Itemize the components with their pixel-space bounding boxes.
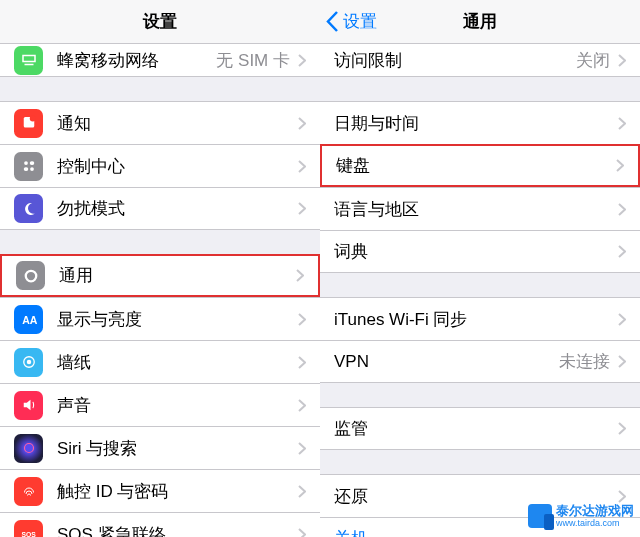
row-label: 语言与地区 xyxy=(334,198,618,221)
row-sos[interactable]: SOS SOS 紧急联络 xyxy=(0,512,320,537)
chevron-right-icon xyxy=(296,269,304,282)
row-dictionary[interactable]: 词典 xyxy=(320,230,640,273)
watermark-text: 泰尔达游戏网 xyxy=(556,504,634,518)
moon-icon xyxy=(14,194,43,223)
chevron-right-icon xyxy=(298,117,306,130)
row-label: iTunes Wi-Fi 同步 xyxy=(334,308,618,331)
watermark: 泰尔达游戏网 www.tairda.com xyxy=(528,501,634,531)
svg-point-11 xyxy=(24,444,33,453)
row-display[interactable]: AA 显示与亮度 xyxy=(0,297,320,340)
cellular-icon xyxy=(14,46,43,75)
row-label: VPN xyxy=(334,352,559,372)
svg-rect-4 xyxy=(23,167,28,171)
row-touchid[interactable]: 触控 ID 与密码 xyxy=(0,469,320,512)
chevron-right-icon xyxy=(298,313,306,326)
row-label: 显示与亮度 xyxy=(57,308,298,331)
row-label: 勿扰模式 xyxy=(57,197,298,220)
chevron-right-icon xyxy=(618,355,626,368)
row-sound[interactable]: 声音 xyxy=(0,383,320,426)
fingerprint-icon xyxy=(14,477,43,506)
chevron-right-icon xyxy=(618,313,626,326)
back-button[interactable]: 设置 xyxy=(326,10,377,33)
sos-icon: SOS xyxy=(14,520,43,538)
row-label: 墙纸 xyxy=(57,351,298,374)
chevron-right-icon xyxy=(298,202,306,215)
row-label: 日期与时间 xyxy=(334,112,618,135)
page-title: 通用 xyxy=(463,10,497,33)
group-sync: iTunes Wi-Fi 同步 VPN 未连接 xyxy=(320,297,640,383)
svg-text:SOS: SOS xyxy=(21,531,36,537)
navbar: 设置 通用 xyxy=(320,0,640,44)
row-label: 通知 xyxy=(57,112,298,135)
row-wallpaper[interactable]: 墙纸 xyxy=(0,340,320,383)
group-profiles: 监管 xyxy=(320,407,640,450)
svg-point-1 xyxy=(29,116,35,122)
row-label: 声音 xyxy=(57,394,298,417)
row-label: 控制中心 xyxy=(57,155,298,178)
row-profiles[interactable]: 监管 xyxy=(320,407,640,450)
chevron-left-icon xyxy=(326,11,339,32)
row-label: SOS 紧急联络 xyxy=(57,523,298,538)
settings-pane: 设置 蜂窝移动网络 无 SIM 卡 通知 控制中心 xyxy=(0,0,320,537)
wallpaper-icon xyxy=(14,348,43,377)
navbar: 设置 xyxy=(0,0,320,44)
chevron-right-icon xyxy=(618,203,626,216)
row-general[interactable]: 通用 xyxy=(0,254,320,297)
display-icon: AA xyxy=(14,305,43,334)
chevron-right-icon xyxy=(618,117,626,130)
svg-point-10 xyxy=(26,360,31,365)
siri-icon xyxy=(14,434,43,463)
row-label: 访问限制 xyxy=(334,49,576,72)
row-label: 通用 xyxy=(59,264,296,287)
row-vpn[interactable]: VPN 未连接 xyxy=(320,340,640,383)
row-dnd[interactable]: 勿扰模式 xyxy=(0,187,320,230)
row-label: Siri 与搜索 xyxy=(57,437,298,460)
group-alerts: 通知 控制中心 勿扰模式 xyxy=(0,101,320,230)
general-pane: 设置 通用 访问限制 关闭 日期与时间 键盘 语言与地区 词典 iTunes xyxy=(320,0,640,537)
row-datetime[interactable]: 日期与时间 xyxy=(320,101,640,144)
row-value: 关闭 xyxy=(576,49,610,72)
chevron-right-icon xyxy=(616,159,624,172)
gear-icon xyxy=(16,261,45,290)
group-restrictions: 访问限制 关闭 xyxy=(320,44,640,77)
group-locale: 日期与时间 键盘 语言与地区 词典 xyxy=(320,101,640,273)
chevron-right-icon xyxy=(298,399,306,412)
chevron-right-icon xyxy=(618,245,626,258)
svg-point-5 xyxy=(30,167,34,171)
row-cellular[interactable]: 蜂窝移动网络 无 SIM 卡 xyxy=(0,44,320,77)
chevron-right-icon xyxy=(298,54,306,67)
row-value: 无 SIM 卡 xyxy=(216,49,290,72)
chevron-right-icon xyxy=(618,422,626,435)
svg-rect-3 xyxy=(29,161,34,165)
notifications-icon xyxy=(14,109,43,138)
group-general: 通用 AA 显示与亮度 墙纸 声音 xyxy=(0,254,320,537)
watermark-url: www.tairda.com xyxy=(556,518,634,528)
watermark-logo-icon xyxy=(528,504,552,528)
chevron-right-icon xyxy=(618,54,626,67)
row-label: 触控 ID 与密码 xyxy=(57,480,298,503)
sound-icon xyxy=(14,391,43,420)
row-value: 未连接 xyxy=(559,350,610,373)
row-label: 词典 xyxy=(334,240,618,263)
chevron-right-icon xyxy=(298,528,306,538)
group-network: 蜂窝移动网络 无 SIM 卡 xyxy=(0,44,320,77)
row-label: 键盘 xyxy=(336,154,616,177)
row-control-center[interactable]: 控制中心 xyxy=(0,144,320,187)
back-label: 设置 xyxy=(343,10,377,33)
chevron-right-icon xyxy=(298,356,306,369)
page-title: 设置 xyxy=(143,10,177,33)
svg-point-2 xyxy=(24,161,28,165)
row-label: 监管 xyxy=(334,417,618,440)
row-label: 蜂窝移动网络 xyxy=(57,49,216,72)
svg-point-7 xyxy=(29,274,33,278)
control-center-icon xyxy=(14,152,43,181)
row-keyboard[interactable]: 键盘 xyxy=(320,144,640,187)
row-notifications[interactable]: 通知 xyxy=(0,101,320,144)
chevron-right-icon xyxy=(298,160,306,173)
row-language[interactable]: 语言与地区 xyxy=(320,187,640,230)
row-siri[interactable]: Siri 与搜索 xyxy=(0,426,320,469)
row-restrictions[interactable]: 访问限制 关闭 xyxy=(320,44,640,77)
svg-text:AA: AA xyxy=(22,314,38,326)
chevron-right-icon xyxy=(298,442,306,455)
row-itunes-wifi[interactable]: iTunes Wi-Fi 同步 xyxy=(320,297,640,340)
